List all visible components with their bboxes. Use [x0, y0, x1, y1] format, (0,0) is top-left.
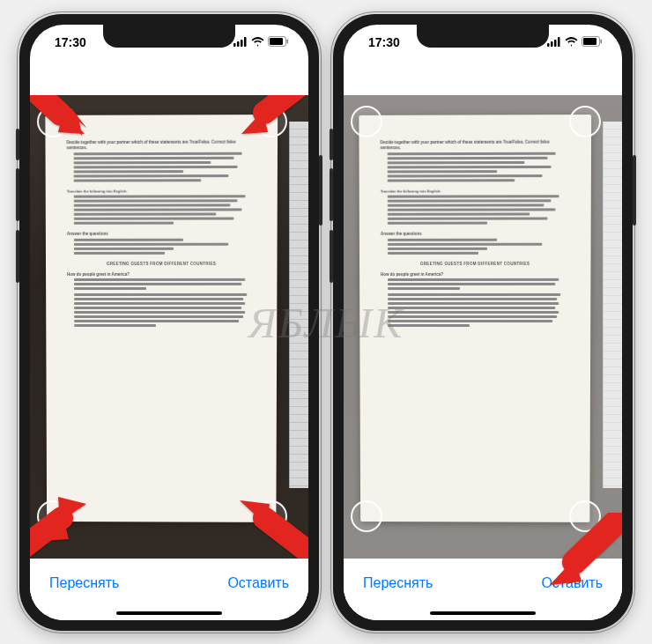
notch	[417, 25, 549, 48]
volume-down	[330, 230, 333, 283]
signal-icon	[233, 35, 248, 49]
svg-rect-15	[554, 40, 557, 47]
status-time: 17:30	[55, 35, 86, 49]
doc-heading-2: GREETING GUESTS FROM DIFFERENT COUNTRIES	[67, 261, 256, 266]
signal-icon	[547, 35, 561, 49]
doc-subheading: Translate the following into English:	[381, 188, 570, 193]
arrow-to-keep-button	[545, 513, 622, 592]
svg-rect-2	[241, 40, 243, 47]
battery-icon	[268, 35, 289, 49]
scanned-document: Decide together with your partner which …	[45, 115, 278, 522]
svg-rect-5	[270, 38, 283, 45]
scan-content: Decide together with your partner which …	[344, 60, 622, 620]
power-button	[319, 155, 322, 226]
retake-button[interactable]: Переснять	[363, 575, 433, 591]
svg-rect-1	[237, 41, 240, 47]
doc-heading-2: GREETING GUESTS FROM DIFFERENT COUNTRIES	[381, 261, 569, 266]
keyboard-edge	[289, 122, 308, 488]
crop-handle-top-right[interactable]	[569, 106, 601, 137]
svg-rect-16	[558, 37, 560, 47]
notch	[103, 25, 235, 48]
svg-rect-0	[233, 43, 236, 47]
keyboard-edge	[603, 122, 622, 488]
crop-handle-bottom-left[interactable]	[351, 500, 382, 532]
arrow-to-tr-corner	[238, 95, 308, 150]
doc-heading-3: Answer the questions	[67, 231, 256, 236]
bottom-toolbar: Переснять Оставить	[344, 559, 622, 620]
crop-handle-top-left[interactable]	[351, 106, 382, 137]
phone-frame-right: 17:30 Decide together with your	[333, 14, 633, 631]
status-time: 17:30	[368, 35, 400, 49]
power-button	[633, 155, 636, 226]
doc-heading-4: How do people greet in America?	[67, 271, 256, 277]
doc-heading-3: Answer the questions	[381, 231, 570, 236]
svg-rect-13	[547, 43, 550, 47]
screen-left: 17:30 Decide together with your	[30, 25, 308, 620]
svg-rect-6	[287, 39, 289, 43]
arrow-to-br-corner	[238, 481, 308, 559]
screen-right: 17:30 Decide together with your	[344, 25, 622, 620]
bottom-toolbar: Переснять Оставить	[30, 559, 308, 620]
keep-button[interactable]: Оставить	[227, 575, 289, 591]
scan-area-left[interactable]: Decide together with your partner which …	[30, 95, 308, 559]
scanned-document: Decide together with your partner which …	[359, 115, 591, 522]
scan-content: Decide together with your partner which …	[30, 60, 308, 620]
retake-button[interactable]: Переснять	[49, 575, 119, 591]
wifi-icon	[251, 35, 264, 49]
scan-area-right[interactable]: Decide together with your partner which …	[344, 95, 622, 559]
arrow-to-bl-corner	[30, 481, 88, 559]
svg-rect-18	[583, 38, 596, 45]
home-indicator[interactable]	[116, 611, 222, 615]
doc-heading-1: Decide together with your partner which …	[67, 139, 256, 150]
doc-subheading: Translate the following into English:	[67, 188, 256, 193]
battery-icon	[582, 35, 603, 49]
svg-rect-19	[601, 39, 603, 43]
phone-frame-left: 17:30 Decide together with your	[19, 14, 319, 631]
svg-rect-14	[551, 41, 553, 47]
silent-switch	[16, 129, 19, 160]
svg-rect-3	[244, 37, 247, 47]
volume-up	[330, 168, 333, 221]
arrow-to-tl-corner	[30, 95, 88, 150]
wifi-icon	[565, 35, 578, 49]
volume-down	[16, 230, 19, 283]
volume-up	[16, 168, 19, 221]
silent-switch	[330, 129, 333, 160]
doc-heading-1: Decide together with your partner which …	[381, 139, 570, 150]
doc-heading-4: How do people greet in America?	[381, 271, 569, 277]
home-indicator[interactable]	[430, 611, 536, 615]
